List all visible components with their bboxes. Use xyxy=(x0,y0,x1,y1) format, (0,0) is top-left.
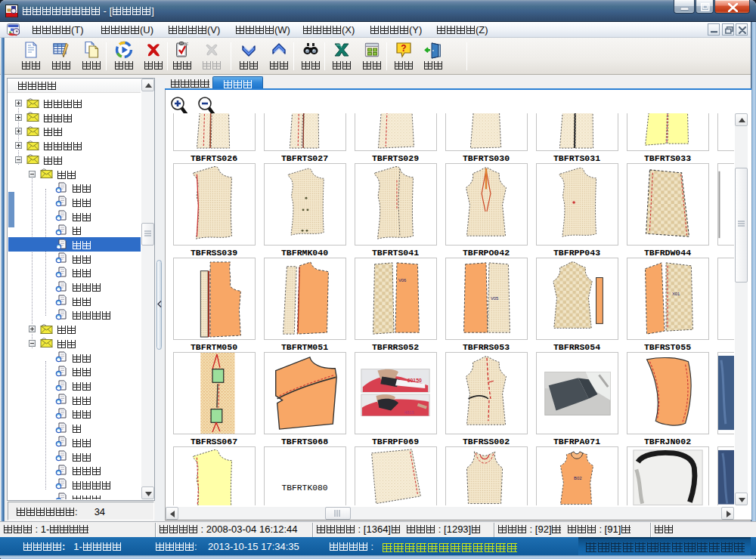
svg-text:V06: V06 xyxy=(398,278,407,283)
svg-text:60150: 60150 xyxy=(407,378,422,383)
svg-text:?: ? xyxy=(401,43,406,54)
svg-text:4815: 4815 xyxy=(404,410,415,415)
svg-text:V05: V05 xyxy=(491,296,499,301)
svg-text:X01: X01 xyxy=(672,292,680,296)
svg-text:TBFRTK080: TBFRTK080 xyxy=(282,483,328,493)
svg-text:B02: B02 xyxy=(574,476,581,480)
